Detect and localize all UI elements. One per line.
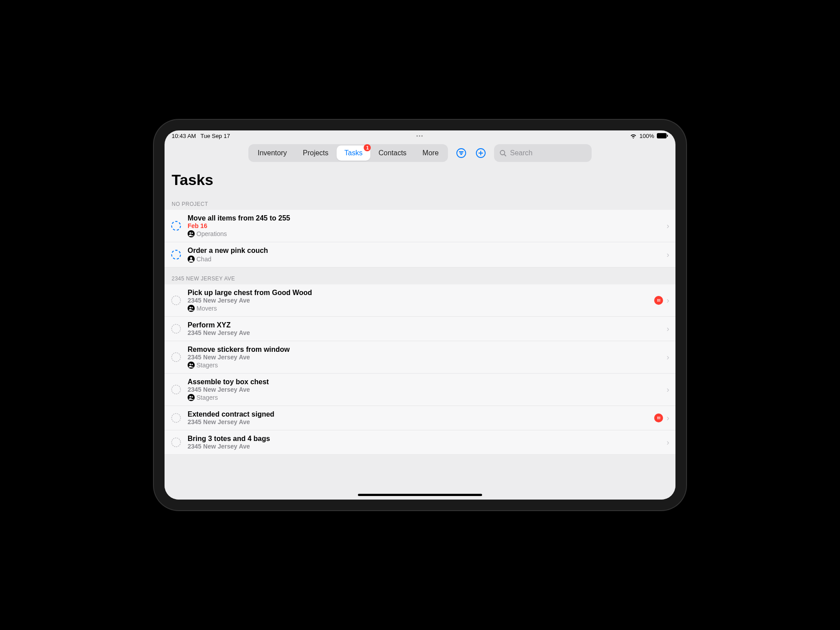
task-complete-toggle[interactable] xyxy=(171,437,181,448)
task-list: Move all items from 245 to 255Feb 16Oper… xyxy=(165,210,675,268)
svg-point-11 xyxy=(172,221,181,230)
task-row-accessories: › xyxy=(667,324,669,334)
tab-label: More xyxy=(423,149,439,157)
task-row[interactable]: Bring 3 totes and 4 bags2345 New Jersey … xyxy=(165,430,675,455)
group-icon xyxy=(188,394,195,401)
task-row[interactable]: Perform XYZ2345 New Jersey Ave› xyxy=(165,317,675,341)
task-complete-toggle[interactable] xyxy=(171,413,181,423)
task-project: 2345 New Jersey Ave xyxy=(188,386,660,393)
svg-point-31 xyxy=(172,413,181,422)
page-title: Tasks xyxy=(165,165,675,193)
svg-point-32 xyxy=(172,438,181,447)
task-body: Order a new pink couchChad xyxy=(188,247,660,263)
task-title: Remove stickers from window xyxy=(188,346,660,354)
status-date: Tue Sep 17 xyxy=(200,133,230,139)
task-row[interactable]: Move all items from 245 to 255Feb 16Oper… xyxy=(165,210,675,242)
task-assignee-name: Movers xyxy=(196,305,217,312)
svg-point-26 xyxy=(192,364,193,365)
group-icon xyxy=(188,305,195,312)
svg-rect-1 xyxy=(667,135,668,137)
svg-point-29 xyxy=(189,396,191,398)
multitask-dots-icon[interactable]: ••• xyxy=(416,134,424,138)
add-button[interactable] xyxy=(474,146,488,160)
task-title: Extended contract signed xyxy=(188,410,648,418)
task-project: 2345 New Jersey Ave xyxy=(188,443,660,450)
tab-inventory[interactable]: Inventory xyxy=(250,146,295,161)
task-title: Bring 3 totes and 4 bags xyxy=(188,435,660,443)
task-row[interactable]: Remove stickers from window2345 New Jers… xyxy=(165,341,675,374)
svg-point-27 xyxy=(172,385,181,394)
task-row-accessories: › xyxy=(667,385,669,394)
task-row-accessories: › xyxy=(667,353,669,362)
tab-more[interactable]: More xyxy=(415,146,447,161)
status-bar: 10:43 AM Tue Sep 17 ••• 100% xyxy=(165,130,675,141)
segmented-control: InventoryProjectsTasks1ContactsMore xyxy=(248,144,448,162)
task-assignee: Chad xyxy=(188,256,660,263)
svg-point-14 xyxy=(192,232,193,234)
tab-tasks[interactable]: Tasks1 xyxy=(337,146,371,161)
task-title: Move all items from 245 to 255 xyxy=(188,214,660,222)
chevron-right-icon: › xyxy=(667,353,669,362)
tab-label: Tasks xyxy=(345,149,363,157)
chevron-right-icon: › xyxy=(667,385,669,394)
home-indicator[interactable] xyxy=(358,494,482,496)
svg-point-28 xyxy=(188,394,195,401)
task-title: Assemble toy box chest xyxy=(188,378,660,386)
search-field[interactable] xyxy=(494,144,592,162)
task-body: Bring 3 totes and 4 bags2345 New Jersey … xyxy=(188,435,660,450)
wifi-icon xyxy=(630,133,637,138)
task-title: Perform XYZ xyxy=(188,321,660,329)
svg-point-17 xyxy=(190,257,192,260)
task-complete-toggle[interactable] xyxy=(171,352,181,362)
screen: 10:43 AM Tue Sep 17 ••• 100% InventoryPr… xyxy=(165,130,675,500)
chevron-right-icon: › xyxy=(667,324,669,334)
group-icon xyxy=(188,230,195,237)
tab-label: Projects xyxy=(303,149,329,157)
svg-point-19 xyxy=(188,305,195,312)
svg-point-20 xyxy=(189,307,191,308)
svg-point-30 xyxy=(192,396,193,398)
task-complete-toggle[interactable] xyxy=(171,384,181,395)
task-body: Pick up large chest from Good Wood2345 N… xyxy=(188,289,648,312)
tab-badge: 1 xyxy=(364,144,371,151)
task-assignee: Stagers xyxy=(188,362,660,369)
svg-point-22 xyxy=(172,324,181,333)
svg-line-10 xyxy=(504,154,506,156)
filter-button[interactable] xyxy=(454,146,468,160)
svg-point-9 xyxy=(500,150,505,155)
task-assignee: Stagers xyxy=(188,394,660,401)
task-assignee-name: Chad xyxy=(196,256,211,263)
task-row[interactable]: Assemble toy box chest2345 New Jersey Av… xyxy=(165,374,675,406)
task-complete-toggle[interactable] xyxy=(171,249,181,260)
chevron-right-icon: › xyxy=(667,296,669,305)
task-assignee-name: Stagers xyxy=(196,362,218,369)
task-due-date: Feb 16 xyxy=(188,222,660,229)
task-row[interactable]: Extended contract signed2345 New Jersey … xyxy=(165,406,675,430)
search-input[interactable] xyxy=(510,149,586,157)
svg-point-24 xyxy=(188,362,195,369)
task-row-accessories: !!!› xyxy=(654,413,669,423)
status-time: 10:43 AM xyxy=(172,133,196,139)
task-assignee: Movers xyxy=(188,305,648,312)
chevron-right-icon: › xyxy=(667,250,669,260)
task-title: Pick up large chest from Good Wood xyxy=(188,289,648,297)
task-row[interactable]: Order a new pink couchChad› xyxy=(165,242,675,268)
tab-contacts[interactable]: Contacts xyxy=(370,146,414,161)
task-row-accessories: › xyxy=(667,250,669,260)
task-row[interactable]: Pick up large chest from Good Wood2345 N… xyxy=(165,284,675,317)
task-complete-toggle[interactable] xyxy=(171,323,181,334)
task-project: 2345 New Jersey Ave xyxy=(188,354,660,361)
section-header: NO PROJECT xyxy=(165,193,675,210)
task-project: 2345 New Jersey Ave xyxy=(188,329,660,336)
task-body: Extended contract signed2345 New Jersey … xyxy=(188,410,648,425)
task-content[interactable]: NO PROJECTMove all items from 245 to 255… xyxy=(165,193,675,500)
tab-projects[interactable]: Projects xyxy=(295,146,337,161)
section-header: 2345 NEW JERSEY AVE xyxy=(165,268,675,284)
task-body: Assemble toy box chest2345 New Jersey Av… xyxy=(188,378,660,401)
svg-point-13 xyxy=(189,232,191,234)
task-body: Remove stickers from window2345 New Jers… xyxy=(188,346,660,369)
task-assignee-name: Operations xyxy=(196,230,227,237)
person-icon xyxy=(188,256,195,263)
task-complete-toggle[interactable] xyxy=(171,295,181,306)
task-complete-toggle[interactable] xyxy=(171,220,181,231)
